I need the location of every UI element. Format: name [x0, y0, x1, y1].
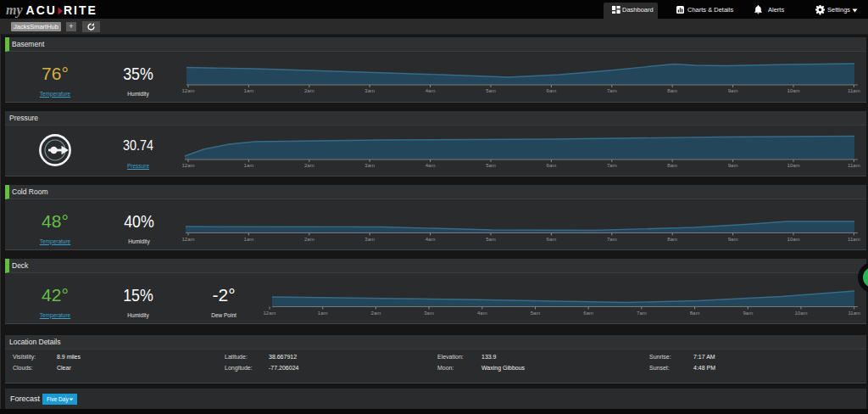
svg-text:12am: 12am: [263, 310, 275, 316]
svg-text:11am: 11am: [848, 88, 860, 93]
svg-text:1am: 1am: [244, 237, 254, 242]
svg-text:9am: 9am: [728, 237, 738, 242]
svg-text:11am: 11am: [848, 237, 860, 242]
svg-text:6am: 6am: [547, 237, 557, 242]
svg-text:6am: 6am: [547, 88, 557, 93]
svg-text:3am: 3am: [424, 310, 434, 316]
svg-text:5am: 5am: [486, 88, 496, 93]
svg-text:3am: 3am: [364, 88, 375, 93]
svg-text:1am: 1am: [244, 163, 254, 168]
svg-text:12am: 12am: [181, 88, 194, 93]
svg-text:11am: 11am: [848, 163, 860, 168]
svg-text:4am: 4am: [477, 310, 487, 316]
svg-text:9am: 9am: [743, 310, 753, 316]
svg-text:5am: 5am: [486, 163, 496, 168]
svg-text:6am: 6am: [547, 163, 557, 168]
svg-text:8am: 8am: [690, 310, 700, 316]
svg-text:4am: 4am: [426, 237, 436, 242]
svg-text:6am: 6am: [583, 310, 593, 316]
svg-text:8am: 8am: [667, 237, 677, 242]
svg-text:8am: 8am: [667, 88, 677, 93]
svg-text:4am: 4am: [426, 88, 436, 93]
svg-text:2am: 2am: [304, 237, 314, 242]
svg-text:3am: 3am: [364, 163, 375, 168]
svg-text:5am: 5am: [531, 310, 541, 316]
svg-text:11am: 11am: [848, 310, 860, 316]
svg-text:7am: 7am: [607, 88, 617, 93]
svg-text:12am: 12am: [181, 163, 194, 168]
svg-text:7am: 7am: [607, 163, 617, 168]
svg-text:12am: 12am: [181, 237, 194, 242]
svg-text:9am: 9am: [728, 88, 738, 93]
svg-text:10am: 10am: [794, 310, 807, 316]
svg-text:3am: 3am: [364, 237, 375, 242]
svg-text:8am: 8am: [667, 163, 677, 168]
svg-text:10am: 10am: [787, 88, 799, 93]
svg-text:9am: 9am: [728, 163, 738, 168]
svg-text:10am: 10am: [787, 237, 799, 242]
svg-text:10am: 10am: [787, 163, 799, 168]
svg-text:5am: 5am: [486, 237, 496, 242]
svg-text:2am: 2am: [304, 88, 314, 93]
svg-text:7am: 7am: [607, 237, 617, 242]
svg-text:1am: 1am: [244, 88, 254, 93]
svg-text:2am: 2am: [304, 163, 314, 168]
svg-text:2am: 2am: [371, 310, 381, 316]
svg-text:4am: 4am: [426, 163, 436, 168]
svg-text:1am: 1am: [318, 310, 328, 316]
svg-text:7am: 7am: [637, 310, 647, 316]
